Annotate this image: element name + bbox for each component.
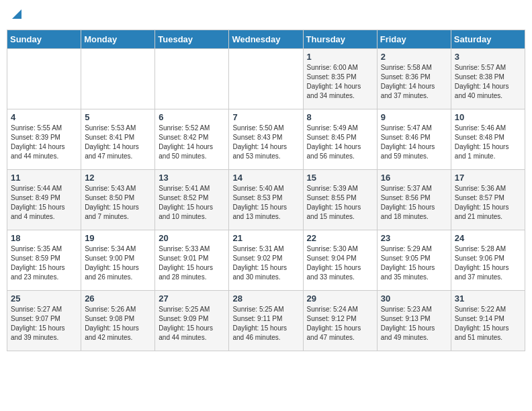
day-number: 5 xyxy=(85,112,151,122)
col-header-thursday: Thursday xyxy=(303,30,377,49)
calendar-week-row: 1Sunrise: 6:00 AMSunset: 8:35 PMDaylight… xyxy=(7,49,525,109)
day-number: 31 xyxy=(455,293,521,304)
day-content: Sunrise: 5:46 AMSunset: 8:48 PMDaylight:… xyxy=(455,124,521,161)
calendar-cell: 2Sunrise: 5:58 AMSunset: 8:36 PMDaylight… xyxy=(377,49,451,109)
day-number: 27 xyxy=(159,293,225,304)
logo-triangle-icon xyxy=(12,9,21,21)
calendar-cell: 20Sunrise: 5:33 AMSunset: 9:01 PMDayligh… xyxy=(155,230,229,291)
day-number: 25 xyxy=(11,293,77,304)
day-number: 15 xyxy=(307,173,373,183)
calendar-cell: 15Sunrise: 5:39 AMSunset: 8:55 PMDayligh… xyxy=(303,170,377,230)
day-number: 3 xyxy=(455,52,521,62)
day-content: Sunrise: 5:44 AMSunset: 8:49 PMDaylight:… xyxy=(11,184,77,222)
calendar-cell: 8Sunrise: 5:49 AMSunset: 8:45 PMDaylight… xyxy=(303,109,377,170)
day-content: Sunrise: 5:47 AMSunset: 8:46 PMDaylight:… xyxy=(381,124,447,161)
calendar-cell: 23Sunrise: 5:29 AMSunset: 9:05 PMDayligh… xyxy=(377,230,451,291)
day-content: Sunrise: 5:33 AMSunset: 9:01 PMDaylight:… xyxy=(159,244,225,282)
calendar-header-row: SundayMondayTuesdayWednesdayThursdayFrid… xyxy=(7,30,525,49)
day-number: 29 xyxy=(307,293,373,304)
calendar-cell xyxy=(229,49,303,109)
calendar-cell: 9Sunrise: 5:47 AMSunset: 8:46 PMDaylight… xyxy=(377,109,451,170)
calendar-cell: 5Sunrise: 5:53 AMSunset: 8:41 PMDaylight… xyxy=(81,109,155,170)
calendar-cell: 29Sunrise: 5:24 AMSunset: 9:12 PMDayligh… xyxy=(303,291,377,351)
day-content: Sunrise: 5:37 AMSunset: 8:56 PMDaylight:… xyxy=(381,184,447,222)
col-header-friday: Friday xyxy=(377,30,451,49)
day-number: 19 xyxy=(85,233,151,243)
day-number: 6 xyxy=(159,112,225,122)
day-content: Sunrise: 5:22 AMSunset: 9:14 PMDaylight:… xyxy=(455,305,521,342)
svg-marker-0 xyxy=(12,9,21,19)
day-content: Sunrise: 5:58 AMSunset: 8:36 PMDaylight:… xyxy=(381,63,447,101)
calendar-cell: 11Sunrise: 5:44 AMSunset: 8:49 PMDayligh… xyxy=(7,170,81,230)
calendar-cell: 14Sunrise: 5:40 AMSunset: 8:53 PMDayligh… xyxy=(229,170,303,230)
day-content: Sunrise: 5:52 AMSunset: 8:42 PMDaylight:… xyxy=(159,124,225,161)
day-number: 10 xyxy=(455,112,521,122)
calendar-cell: 27Sunrise: 5:25 AMSunset: 9:09 PMDayligh… xyxy=(155,291,229,351)
calendar-cell xyxy=(7,49,81,109)
calendar-cell xyxy=(81,49,155,109)
col-header-monday: Monday xyxy=(81,30,155,49)
day-content: Sunrise: 5:30 AMSunset: 9:04 PMDaylight:… xyxy=(307,244,373,282)
day-content: Sunrise: 5:34 AMSunset: 9:00 PMDaylight:… xyxy=(85,244,151,282)
day-content: Sunrise: 5:53 AMSunset: 8:41 PMDaylight:… xyxy=(85,124,151,161)
calendar-week-row: 18Sunrise: 5:35 AMSunset: 8:59 PMDayligh… xyxy=(7,230,525,291)
day-number: 22 xyxy=(307,233,373,243)
calendar-cell: 24Sunrise: 5:28 AMSunset: 9:06 PMDayligh… xyxy=(451,230,525,291)
day-number: 17 xyxy=(455,173,521,183)
calendar-cell: 22Sunrise: 5:30 AMSunset: 9:04 PMDayligh… xyxy=(303,230,377,291)
day-number: 14 xyxy=(232,173,299,183)
page-header xyxy=(7,7,525,24)
day-number: 7 xyxy=(232,112,299,122)
calendar-cell: 4Sunrise: 5:55 AMSunset: 8:39 PMDaylight… xyxy=(7,109,81,170)
day-content: Sunrise: 5:23 AMSunset: 9:13 PMDaylight:… xyxy=(381,305,447,342)
day-number: 23 xyxy=(381,233,447,243)
day-content: Sunrise: 5:55 AMSunset: 8:39 PMDaylight:… xyxy=(11,124,77,161)
day-content: Sunrise: 5:49 AMSunset: 8:45 PMDaylight:… xyxy=(307,124,373,161)
day-number: 18 xyxy=(11,233,77,243)
calendar-cell: 16Sunrise: 5:37 AMSunset: 8:56 PMDayligh… xyxy=(377,170,451,230)
day-content: Sunrise: 5:40 AMSunset: 8:53 PMDaylight:… xyxy=(232,184,299,222)
day-content: Sunrise: 5:27 AMSunset: 9:07 PMDaylight:… xyxy=(11,305,77,342)
col-header-tuesday: Tuesday xyxy=(155,30,229,49)
day-content: Sunrise: 5:31 AMSunset: 9:02 PMDaylight:… xyxy=(232,244,299,282)
day-number: 1 xyxy=(307,52,373,62)
day-number: 4 xyxy=(11,112,77,122)
calendar-table: SundayMondayTuesdayWednesdayThursdayFrid… xyxy=(7,30,525,351)
day-content: Sunrise: 5:39 AMSunset: 8:55 PMDaylight:… xyxy=(307,184,373,222)
day-number: 24 xyxy=(455,233,521,243)
day-content: Sunrise: 5:36 AMSunset: 8:57 PMDaylight:… xyxy=(455,184,521,222)
calendar-cell: 17Sunrise: 5:36 AMSunset: 8:57 PMDayligh… xyxy=(451,170,525,230)
calendar-cell xyxy=(155,49,229,109)
calendar-cell: 1Sunrise: 6:00 AMSunset: 8:35 PMDaylight… xyxy=(303,49,377,109)
day-content: Sunrise: 5:25 AMSunset: 9:09 PMDaylight:… xyxy=(159,305,225,342)
day-number: 2 xyxy=(381,52,447,62)
day-content: Sunrise: 5:50 AMSunset: 8:43 PMDaylight:… xyxy=(232,124,299,161)
day-number: 12 xyxy=(85,173,151,183)
calendar-cell: 18Sunrise: 5:35 AMSunset: 8:59 PMDayligh… xyxy=(7,230,81,291)
day-content: Sunrise: 6:00 AMSunset: 8:35 PMDaylight:… xyxy=(307,63,373,101)
day-number: 16 xyxy=(381,173,447,183)
day-content: Sunrise: 5:25 AMSunset: 9:11 PMDaylight:… xyxy=(232,305,299,342)
calendar-cell: 6Sunrise: 5:52 AMSunset: 8:42 PMDaylight… xyxy=(155,109,229,170)
calendar-cell: 19Sunrise: 5:34 AMSunset: 9:00 PMDayligh… xyxy=(81,230,155,291)
calendar-cell: 26Sunrise: 5:26 AMSunset: 9:08 PMDayligh… xyxy=(81,291,155,351)
day-content: Sunrise: 5:24 AMSunset: 9:12 PMDaylight:… xyxy=(307,305,373,342)
col-header-wednesday: Wednesday xyxy=(229,30,303,49)
calendar-cell: 12Sunrise: 5:43 AMSunset: 8:50 PMDayligh… xyxy=(81,170,155,230)
calendar-week-row: 11Sunrise: 5:44 AMSunset: 8:49 PMDayligh… xyxy=(7,170,525,230)
day-content: Sunrise: 5:26 AMSunset: 9:08 PMDaylight:… xyxy=(85,305,151,342)
day-content: Sunrise: 5:43 AMSunset: 8:50 PMDaylight:… xyxy=(85,184,151,222)
calendar-cell: 10Sunrise: 5:46 AMSunset: 8:48 PMDayligh… xyxy=(451,109,525,170)
day-number: 28 xyxy=(232,293,299,304)
day-content: Sunrise: 5:41 AMSunset: 8:52 PMDaylight:… xyxy=(159,184,225,222)
day-number: 8 xyxy=(307,112,373,122)
day-number: 13 xyxy=(159,173,225,183)
day-number: 9 xyxy=(381,112,447,122)
calendar-week-row: 4Sunrise: 5:55 AMSunset: 8:39 PMDaylight… xyxy=(7,109,525,170)
calendar-cell: 25Sunrise: 5:27 AMSunset: 9:07 PMDayligh… xyxy=(7,291,81,351)
day-content: Sunrise: 5:29 AMSunset: 9:05 PMDaylight:… xyxy=(381,244,447,282)
day-content: Sunrise: 5:28 AMSunset: 9:06 PMDaylight:… xyxy=(455,244,521,282)
calendar-cell: 30Sunrise: 5:23 AMSunset: 9:13 PMDayligh… xyxy=(377,291,451,351)
col-header-saturday: Saturday xyxy=(451,30,525,49)
day-number: 11 xyxy=(11,173,77,183)
